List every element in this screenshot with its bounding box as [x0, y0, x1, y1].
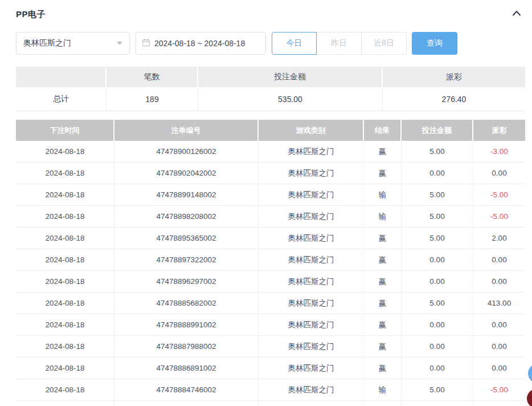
cell-result: 赢 [364, 249, 402, 270]
cell-game-type: 奥林匹斯之门 [259, 228, 364, 249]
table-row: 2024-08-18 47478888991002 奥林匹斯之门 赢 0.00 … [16, 314, 525, 336]
cell-payout: -5.00 [473, 206, 525, 227]
chevron-down-icon [117, 42, 122, 45]
table-row: 2024-08-18 47478897322002 奥林匹斯之门 赢 0.00 … [16, 249, 525, 271]
cell-bet-time: 2024-08-18 [16, 314, 114, 335]
summary-header-row: 笔数 投注金额 派彩 [16, 67, 525, 87]
cell-payout [473, 401, 525, 406]
cell-bet-amount: 5.00 [402, 228, 473, 249]
summary-total-count: 189 [107, 87, 198, 111]
cell-result: 赢 [364, 336, 402, 357]
header-bet-id: 注单编号 [114, 120, 259, 141]
cell-game-type: 奥林匹斯之门 [259, 358, 364, 379]
date-range-input[interactable]: 2024-08-18 ~ 2024-08-18 [136, 32, 266, 55]
cell-game-type: 奥林匹斯之门 [259, 379, 364, 400]
cell-bet-amount: 5.00 [402, 184, 473, 205]
cell-result: 赢 [364, 163, 402, 184]
cell-payout: -5.00 [473, 379, 525, 400]
table-row: 2024-08-18 47478895365002 奥林匹斯之门 赢 5.00 … [16, 228, 525, 249]
cell-bet-amount: 0.00 [402, 314, 473, 335]
cell-result [364, 401, 402, 406]
filter-bar: 奥林匹斯之门 2024-08-18 ~ 2024-08-18 今日 昨日 近8日… [16, 32, 525, 55]
cell-bet-amount: 0.00 [402, 336, 473, 357]
cell-game-type [259, 401, 364, 406]
summary-header-count: 笔数 [107, 67, 198, 87]
cell-result: 输 [364, 206, 402, 227]
cell-bet-time: 2024-08-18 [16, 228, 114, 249]
game-select-value: 奥林匹斯之门 [23, 38, 71, 48]
cell-bet-amount: 5.00 [402, 141, 473, 162]
yesterday-button[interactable]: 昨日 [317, 32, 362, 55]
summary-total-bet-amount: 535.00 [198, 87, 383, 111]
summary-header-blank [16, 67, 107, 87]
cell-payout: -3.00 [473, 141, 525, 162]
cell-bet-time: 2024-08-18 [16, 271, 114, 292]
game-select[interactable]: 奥林匹斯之门 [16, 32, 130, 55]
cell-payout: 413.00 [473, 293, 525, 314]
cell-bet-amount: 0.00 [402, 249, 473, 270]
cell-payout: -5.00 [473, 184, 525, 205]
table-row [16, 401, 525, 406]
cell-bet-id: 47478895365002 [114, 228, 259, 249]
table-row: 2024-08-18 47478884746002 奥林匹斯之门 输 5.00 … [16, 379, 525, 401]
summary-total-row: 总计 189 535.00 276.40 [16, 87, 525, 111]
cell-game-type: 奥林匹斯之门 [259, 314, 364, 335]
cell-bet-id: 47478885682002 [114, 293, 259, 314]
cell-game-type: 奥林匹斯之门 [259, 249, 364, 270]
cell-bet-amount: 5.00 [402, 379, 473, 400]
chevron-up-icon [511, 9, 522, 19]
cell-game-type: 奥林匹斯之门 [259, 184, 364, 205]
cell-result: 赢 [364, 293, 402, 314]
bet-table-body: 2024-08-18 47478900126002 奥林匹斯之门 赢 5.00 … [16, 141, 525, 406]
cell-bet-id: 47478887988002 [114, 336, 259, 357]
table-row: 2024-08-18 47478896297002 奥林匹斯之门 赢 0.00 … [16, 271, 525, 293]
header-bet-amount: 投注金额 [402, 120, 473, 141]
cell-bet-time: 2024-08-18 [16, 206, 114, 227]
cell-bet-time [16, 401, 114, 406]
cell-bet-id: 47478884746002 [114, 379, 259, 400]
cell-bet-time: 2024-08-18 [16, 358, 114, 379]
cell-bet-id: 47478888991002 [114, 314, 259, 335]
cell-bet-id: 47478897322002 [114, 249, 259, 270]
cell-bet-id: 47478896297002 [114, 271, 259, 292]
cell-payout: 0.00 [473, 163, 525, 184]
collapse-button[interactable] [511, 9, 522, 19]
panel-header: PP电子 [16, 8, 525, 21]
cell-result: 赢 [364, 271, 402, 292]
cell-bet-time: 2024-08-18 [16, 336, 114, 357]
cell-bet-amount: 5.00 [402, 206, 473, 227]
cell-bet-time: 2024-08-18 [16, 163, 114, 184]
date-range-value: 2024-08-18 ~ 2024-08-18 [154, 39, 245, 48]
cell-game-type: 奥林匹斯之门 [259, 206, 364, 227]
cell-bet-id: 47478900126002 [114, 141, 259, 162]
cell-result: 输 [364, 379, 402, 400]
cell-result: 赢 [364, 228, 402, 249]
page-title: PP电子 [16, 9, 46, 20]
summary-header-bet-amount: 投注金额 [198, 67, 383, 87]
cell-bet-amount [402, 401, 473, 406]
cell-bet-time: 2024-08-18 [16, 184, 114, 205]
table-row: 2024-08-18 47478898208002 奥林匹斯之门 输 5.00 … [16, 206, 525, 228]
cell-game-type: 奥林匹斯之门 [259, 293, 364, 314]
query-button[interactable]: 查询 [412, 32, 457, 55]
cell-result: 赢 [364, 141, 402, 162]
header-bet-time: 下注时间 [16, 120, 114, 141]
header-payout: 派彩 [473, 120, 525, 141]
bet-table-header-row: 下注时间 注单编号 游戏类别 结果 投注金额 派彩 [16, 120, 525, 141]
today-button[interactable]: 今日 [272, 32, 317, 55]
header-result: 结果 [364, 120, 402, 141]
cell-result: 赢 [364, 314, 402, 335]
summary-total-payout: 276.40 [383, 87, 525, 111]
summary-header-payout: 派彩 [383, 67, 525, 87]
table-row: 2024-08-18 47478900126002 奥林匹斯之门 赢 5.00 … [16, 141, 525, 163]
cell-bet-id: 47478898208002 [114, 206, 259, 227]
summary-table: 笔数 投注金额 派彩 总计 189 535.00 276.40 [16, 67, 525, 111]
cell-payout: 2.00 [473, 228, 525, 249]
cell-payout: 0.00 [473, 314, 525, 335]
quick-date-group: 今日 昨日 近8日 [272, 32, 407, 55]
bet-table: 下注时间 注单编号 游戏类别 结果 投注金额 派彩 2024-08-18 474… [16, 120, 525, 406]
summary-total-label: 总计 [16, 87, 107, 111]
last8days-button[interactable]: 近8日 [362, 32, 407, 55]
cell-game-type: 奥林匹斯之门 [259, 336, 364, 357]
cell-payout: 0.00 [473, 249, 525, 270]
